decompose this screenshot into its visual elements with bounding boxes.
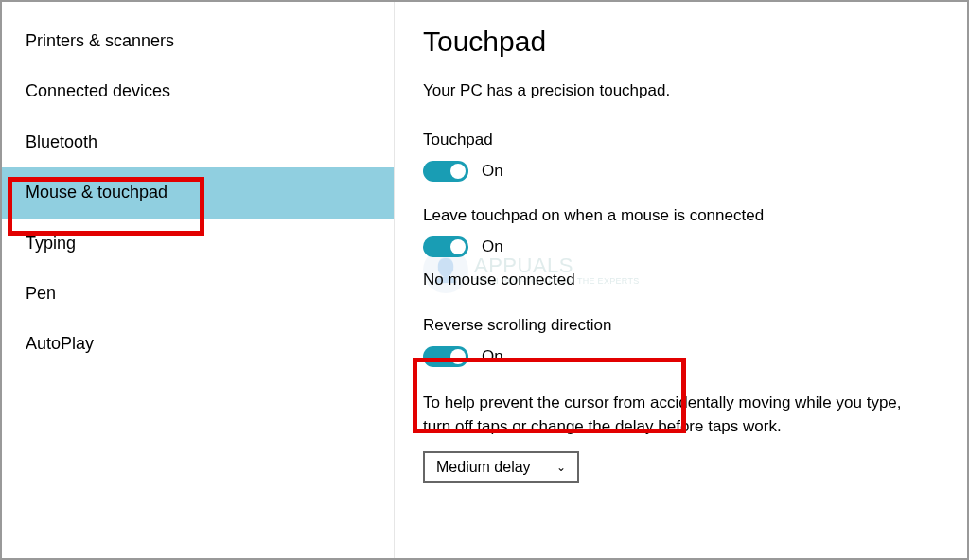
leave-touchpad-on-toggle-state: On — [482, 237, 503, 256]
leave-touchpad-on-setting: Leave touchpad on when a mouse is connec… — [423, 206, 929, 257]
sidebar-item-connected-devices[interactable]: Connected devices — [2, 66, 394, 116]
tap-delay-dropdown[interactable]: Medium delay ⌄ — [423, 451, 579, 483]
reverse-scrolling-toggle[interactable] — [423, 346, 468, 367]
tap-delay-selected-value: Medium delay — [436, 459, 531, 476]
sidebar-item-pen[interactable]: Pen — [2, 269, 394, 319]
sidebar-item-autoplay[interactable]: AutoPlay — [2, 319, 394, 369]
leave-touchpad-on-toggle[interactable] — [423, 236, 468, 257]
mouse-connection-status: No mouse connected — [423, 271, 929, 289]
page-title: Touchpad — [423, 26, 929, 58]
main-content: Touchpad Your PC has a precision touchpa… — [395, 2, 967, 558]
sidebar-item-bluetooth[interactable]: Bluetooth — [2, 117, 394, 167]
chevron-down-icon: ⌄ — [556, 461, 566, 474]
sidebar-item-typing[interactable]: Typing — [2, 219, 394, 269]
page-subtitle: Your PC has a precision touchpad. — [423, 81, 929, 100]
sidebar-item-printers-scanners[interactable]: Printers & scanners — [2, 16, 394, 66]
touchpad-label: Touchpad — [423, 131, 929, 149]
touchpad-toggle[interactable] — [423, 161, 468, 182]
reverse-scrolling-label: Reverse scrolling direction — [423, 316, 929, 335]
tap-delay-help-text: To help prevent the cursor from accident… — [423, 392, 915, 438]
reverse-scrolling-setting: Reverse scrolling direction On — [423, 316, 929, 367]
sidebar-item-mouse-touchpad[interactable]: Mouse & touchpad — [2, 167, 394, 218]
touchpad-setting: Touchpad On — [423, 131, 929, 182]
touchpad-toggle-state: On — [482, 162, 503, 181]
settings-sidebar: Printers & scanners Connected devices Bl… — [2, 2, 395, 558]
leave-touchpad-on-label: Leave touchpad on when a mouse is connec… — [423, 206, 929, 225]
reverse-scrolling-toggle-state: On — [482, 347, 503, 366]
